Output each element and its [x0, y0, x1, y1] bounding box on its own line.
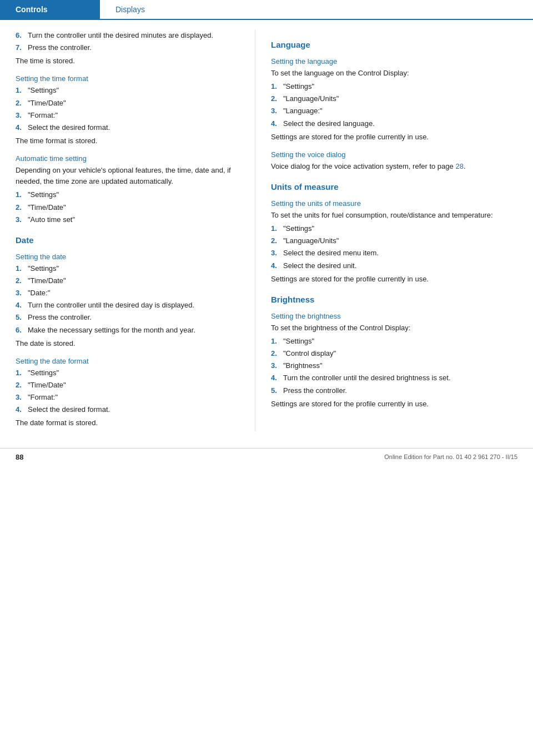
- step-text: "Time/Date": [28, 275, 242, 286]
- list-item: 2. "Control display": [271, 348, 520, 359]
- setting-brightness-desc: To set the brightness of the Control Dis…: [271, 322, 520, 334]
- step-number: 4.: [271, 372, 283, 384]
- step-number: 4.: [271, 118, 283, 129]
- step-text: Select the desired language.: [283, 118, 520, 129]
- page-number: 88: [16, 453, 23, 461]
- setting-units-desc: To set the units for fuel consumption, r…: [271, 210, 520, 221]
- list-item: 3. Select the desired menu item.: [271, 248, 520, 259]
- step-text: Turn the controller until the desired mi…: [28, 30, 242, 41]
- step-text: Select the desired menu item.: [283, 248, 520, 259]
- list-item: 1. "Settings": [16, 263, 242, 274]
- setting-voice-subheading: Setting the voice dialog: [271, 150, 520, 159]
- list-item: 5. Press the controller.: [271, 385, 520, 396]
- auto-time-desc: Depending on your vehicle's optional fea…: [16, 165, 242, 187]
- intro-steps-list: 6. Turn the controller until the desired…: [16, 30, 242, 53]
- time-format-steps: 1. "Settings" 2. "Time/Date" 3. "Format:…: [16, 85, 242, 133]
- voice-desc-end: .: [464, 162, 466, 170]
- list-item: 1. "Settings": [271, 336, 520, 347]
- setting-language-desc: To set the language on the Control Displ…: [271, 68, 520, 79]
- step-number: 3.: [271, 248, 283, 259]
- intro-note: The time is stored.: [16, 56, 242, 67]
- voice-desc-text: Voice dialog for the voice activation sy…: [271, 162, 455, 170]
- step-text: "Settings": [283, 336, 520, 347]
- date-format-note: The date format is stored.: [16, 417, 242, 429]
- list-item: 3. "Date:": [16, 288, 242, 299]
- step-number: 2.: [16, 380, 28, 391]
- step-number: 2.: [16, 275, 28, 286]
- units-section-heading: Units of measure: [271, 182, 520, 191]
- step-text: "Settings": [28, 263, 242, 274]
- auto-time-subheading: Automatic time setting: [16, 154, 242, 163]
- list-item: 5. Press the controller.: [16, 312, 242, 323]
- list-item: 4. Select the desired format.: [16, 404, 242, 415]
- right-column: Language Setting the language To set the…: [255, 30, 533, 431]
- setting-date-steps: 1. "Settings" 2. "Time/Date" 3. "Date:" …: [16, 263, 242, 336]
- step-text: "Language/Units": [283, 93, 520, 104]
- step-number: 2.: [16, 202, 28, 213]
- setting-language-steps: 1. "Settings" 2. "Language/Units" 3. "La…: [271, 81, 520, 129]
- step-number: 4.: [16, 300, 28, 311]
- step-number: 5.: [271, 385, 283, 396]
- list-item: 3. "Format:": [16, 110, 242, 121]
- step-number: 3.: [271, 360, 283, 371]
- list-item: 2. "Language/Units": [271, 235, 520, 246]
- list-item: 4. Turn the controller until the desired…: [16, 300, 242, 311]
- step-text: "Settings": [28, 189, 242, 200]
- setting-date-format-steps: 1. "Settings" 2. "Time/Date" 3. "Format:…: [16, 367, 242, 416]
- setting-units-steps: 1. "Settings" 2. "Language/Units" 3. Sel…: [271, 223, 520, 271]
- brightness-section-heading: Brightness: [271, 295, 520, 304]
- step-number: 3.: [16, 214, 28, 225]
- step-text: "Language/Units": [283, 235, 520, 246]
- list-item: 1. "Settings": [16, 85, 242, 96]
- step-text: "Format:": [28, 110, 242, 121]
- list-item: 1. "Settings": [16, 367, 242, 379]
- list-item: 4. Select the desired unit.: [271, 260, 520, 271]
- list-item: 4. Turn the controller until the desired…: [271, 372, 520, 384]
- list-item: 3. "Auto time set": [16, 214, 242, 225]
- list-item: 7. Press the controller.: [16, 42, 242, 53]
- list-item: 3. "Language:": [271, 105, 520, 117]
- step-number: 1.: [16, 367, 28, 379]
- list-item: 2. "Time/Date": [16, 202, 242, 213]
- list-item: 4. Select the desired language.: [271, 118, 520, 129]
- list-item: 2. "Time/Date": [16, 380, 242, 391]
- step-text: "Time/Date": [28, 98, 242, 109]
- step-text: Select the desired format.: [28, 404, 242, 415]
- step-number: 1.: [16, 189, 28, 200]
- step-number: 1.: [271, 223, 283, 234]
- step-number: 1.: [16, 263, 28, 274]
- step-number: 2.: [16, 98, 28, 109]
- step-text: Turn the controller until the desired da…: [28, 300, 242, 311]
- setting-voice-desc: Voice dialog for the voice activation sy…: [271, 161, 520, 172]
- step-number: 7.: [16, 42, 28, 53]
- voice-link[interactable]: 28: [455, 162, 463, 170]
- step-number: 1.: [271, 81, 283, 92]
- step-text: "Auto time set": [28, 214, 242, 225]
- left-column: 6. Turn the controller until the desired…: [0, 30, 255, 431]
- step-text: "Time/Date": [28, 202, 242, 213]
- main-content: 6. Turn the controller until the desired…: [0, 20, 533, 431]
- step-number: 3.: [16, 288, 28, 299]
- tab-displays[interactable]: Displays: [100, 0, 160, 19]
- date-note: The date is stored.: [16, 338, 242, 349]
- step-text: "Control display": [283, 348, 520, 359]
- step-number: 1.: [16, 85, 28, 96]
- step-number: 3.: [16, 392, 28, 403]
- footer-text: Online Edition for Part no. 01 40 2 961 …: [384, 453, 517, 460]
- step-text: Press the controller.: [283, 385, 520, 396]
- step-text: "Format:": [28, 392, 242, 403]
- list-item: 6. Turn the controller until the desired…: [16, 30, 242, 41]
- step-text: "Date:": [28, 288, 242, 299]
- step-text: Turn the controller until the desired br…: [283, 372, 520, 384]
- step-number: 3.: [16, 110, 28, 121]
- step-number: 1.: [271, 336, 283, 347]
- step-text: "Time/Date": [28, 380, 242, 391]
- step-text: "Brightness": [283, 360, 520, 371]
- step-number: 2.: [271, 348, 283, 359]
- setting-brightness-steps: 1. "Settings" 2. "Control display" 3. "B…: [271, 336, 520, 396]
- list-item: 2. "Language/Units": [271, 93, 520, 104]
- tab-controls[interactable]: Controls: [0, 0, 100, 19]
- time-format-note: The time format is stored.: [16, 135, 242, 147]
- step-number: 6.: [16, 325, 28, 336]
- step-number: 4.: [16, 404, 28, 415]
